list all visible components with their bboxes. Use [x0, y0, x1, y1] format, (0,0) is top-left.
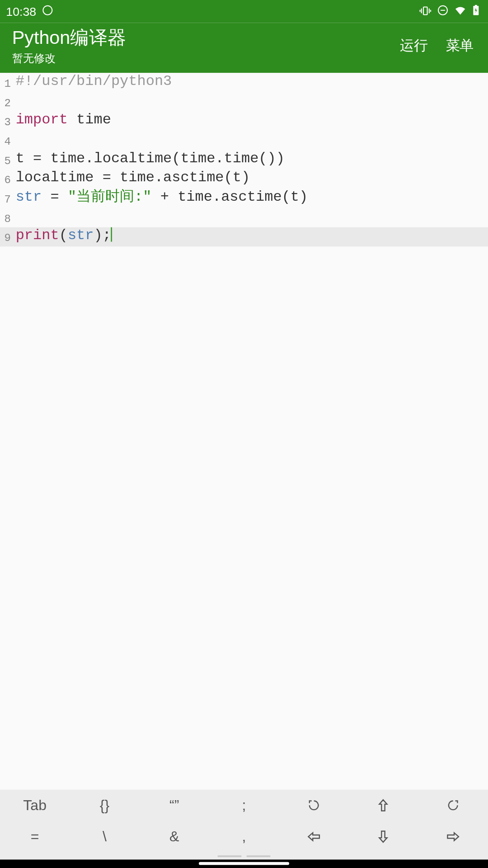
arrow-left-icon[interactable]	[279, 821, 348, 852]
moon-icon	[42, 5, 53, 19]
svg-rect-9	[475, 5, 477, 5]
gesture-bar	[0, 859, 488, 868]
status-bar: 10:38	[0, 0, 488, 23]
arrow-up-icon[interactable]	[348, 790, 418, 821]
line-number: 7	[0, 189, 13, 208]
line-number: 5	[0, 150, 13, 170]
app-header: Python编译器 暂无修改 运行 菜单	[0, 23, 488, 73]
arrow-right-icon[interactable]	[418, 821, 488, 852]
battery-icon	[472, 5, 479, 19]
code-content[interactable]: str = "当前时间:" + time.asctime(t)	[13, 189, 308, 208]
extra-keyboard: Tab{}“”; =\&,	[0, 790, 488, 860]
undo-icon[interactable]	[279, 790, 348, 821]
line-number: 2	[0, 92, 13, 112]
svg-rect-1	[423, 7, 427, 14]
dnd-icon	[437, 5, 448, 19]
code-line[interactable]: 3import time	[0, 112, 488, 131]
app-title: Python编译器	[12, 25, 127, 51]
key-[interactable]: \	[70, 821, 139, 852]
line-number: 3	[0, 112, 13, 131]
line-number: 4	[0, 131, 13, 150]
key-[interactable]: &	[140, 821, 209, 852]
line-number: 6	[0, 170, 13, 189]
code-line[interactable]: 8	[0, 208, 488, 227]
key-Tab[interactable]: Tab	[0, 790, 70, 821]
code-content[interactable]: print(str);	[13, 227, 112, 247]
code-line[interactable]: 2	[0, 92, 488, 112]
line-number: 8	[0, 208, 13, 227]
app-subtitle: 暂无修改	[12, 51, 127, 66]
keyboard-handle[interactable]	[0, 852, 488, 859]
code-line[interactable]: 7str = "当前时间:" + time.asctime(t)	[0, 189, 488, 208]
code-content[interactable]: localtime = time.asctime(t)	[13, 170, 250, 189]
menu-button[interactable]: 菜单	[446, 36, 474, 55]
status-time: 10:38	[6, 5, 36, 19]
code-content[interactable]	[13, 92, 15, 112]
code-content[interactable]: import time	[13, 112, 111, 131]
redo-icon[interactable]	[418, 790, 488, 821]
code-content[interactable]: t = time.localtime(time.time())	[13, 150, 285, 170]
code-line[interactable]: 4	[0, 131, 488, 150]
key-[interactable]: “”	[140, 790, 209, 821]
code-content[interactable]: #!/usr/bin/python3	[13, 73, 172, 92]
key-[interactable]: ,	[209, 821, 279, 852]
text-cursor	[111, 227, 113, 242]
key-[interactable]: =	[0, 821, 70, 852]
svg-point-0	[43, 5, 52, 14]
arrow-down-icon[interactable]	[348, 821, 418, 852]
wifi-icon	[454, 5, 466, 19]
code-line[interactable]: 1#!/usr/bin/python3	[0, 73, 488, 92]
key-[interactable]: {}	[70, 790, 139, 821]
key-[interactable]: ;	[209, 790, 279, 821]
code-line[interactable]: 5t = time.localtime(time.time())	[0, 150, 488, 170]
line-number: 9	[0, 227, 13, 247]
run-button[interactable]: 运行	[400, 36, 427, 55]
code-content[interactable]	[13, 208, 15, 227]
line-number: 1	[0, 73, 13, 92]
vibrate-icon	[419, 5, 432, 19]
code-line[interactable]: 6localtime = time.asctime(t)	[0, 170, 488, 189]
code-line[interactable]: 9print(str);	[0, 227, 488, 247]
code-content[interactable]	[13, 131, 15, 150]
code-editor[interactable]: 1#!/usr/bin/python323import time45t = ti…	[0, 73, 488, 789]
